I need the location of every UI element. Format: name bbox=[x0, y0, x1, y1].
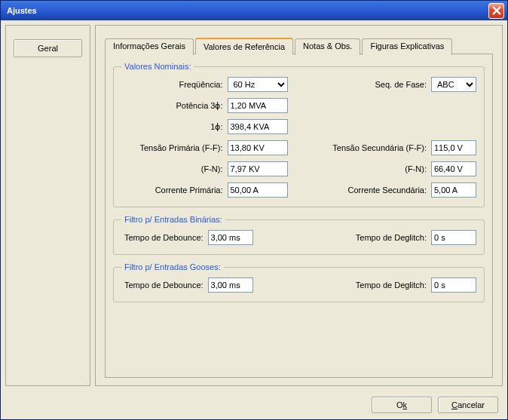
tab-figuras-explicativas[interactable]: Figuras Explicativas bbox=[362, 38, 452, 55]
select-seqfase[interactable]: ABC bbox=[431, 77, 476, 92]
input-potencia3f[interactable] bbox=[228, 98, 288, 113]
input-corrente-prim[interactable] bbox=[228, 182, 288, 198]
close-icon bbox=[492, 6, 501, 15]
close-button[interactable] bbox=[488, 3, 504, 19]
input-bin-deglitch[interactable] bbox=[431, 230, 476, 245]
input-1f[interactable] bbox=[228, 119, 288, 134]
group-valores-nominais: Valores Nominais: Freqüência: 60 Hz Seq.… bbox=[113, 62, 485, 207]
label-tensao-prim-ff: Tensão Primária (F-F): bbox=[121, 143, 223, 152]
label-corrente-sec: Corrente Secundária: bbox=[311, 185, 427, 195]
label-potencia3f: Potência 3ϕ: bbox=[121, 101, 223, 111]
sidebar-item-geral[interactable]: Geral bbox=[14, 39, 82, 57]
footer: Ok Cancelar bbox=[1, 391, 507, 419]
label-bin-debounce: Tempo de Debounce: bbox=[124, 233, 204, 242]
label-corrente-prim: Corrente Primária: bbox=[121, 185, 223, 195]
input-tensao-sec-ff[interactable] bbox=[431, 140, 476, 155]
label-frequencia: Freqüência: bbox=[121, 80, 223, 89]
label-seqfase: Seq. de Fase: bbox=[311, 80, 427, 89]
label-bin-deglitch: Tempo de Deglitch: bbox=[311, 233, 427, 242]
select-frequencia[interactable]: 60 Hz bbox=[228, 77, 288, 92]
tab-bar: Informações Gerais Valores de Referência… bbox=[105, 37, 493, 54]
group-filtro-binarias: Filtro p/ Entradas Binárias: Tempo de De… bbox=[113, 215, 485, 255]
tab-valores-referencia[interactable]: Valores de Referência bbox=[195, 38, 293, 54]
titlebar: Ajustes bbox=[1, 1, 507, 20]
tab-content: Valores Nominais: Freqüência: 60 Hz Seq.… bbox=[105, 54, 493, 378]
window-title: Ajustes bbox=[4, 6, 488, 15]
input-goose-debounce[interactable] bbox=[208, 277, 253, 293]
cancel-button[interactable]: Cancelar bbox=[438, 397, 498, 413]
legend-nominais: Valores Nominais: bbox=[121, 62, 194, 71]
label-tensao-sec-ff: Tensão Secundária (F-F): bbox=[311, 143, 427, 152]
input-corrente-sec[interactable] bbox=[431, 182, 476, 198]
label-1f: 1ϕ: bbox=[121, 122, 223, 132]
main-panel: Informações Gerais Valores de Referência… bbox=[95, 25, 503, 386]
tab-informacoes-gerais[interactable]: Informações Gerais bbox=[105, 38, 194, 55]
input-bin-debounce[interactable] bbox=[208, 230, 253, 245]
input-goose-deglitch[interactable] bbox=[431, 277, 476, 293]
input-fn-sec[interactable] bbox=[431, 161, 476, 176]
group-filtro-gooses: Filtro p/ Entradas Gooses: Tempo de Debo… bbox=[113, 262, 485, 302]
label-fn-sec: (F-N): bbox=[311, 164, 427, 173]
body-area: Geral Informações Gerais Valores de Refe… bbox=[1, 20, 507, 391]
ok-button[interactable]: Ok bbox=[372, 397, 432, 413]
legend-gooses: Filtro p/ Entradas Gooses: bbox=[121, 262, 224, 271]
label-goose-debounce: Tempo de Debounce: bbox=[124, 281, 204, 290]
input-fn-prim[interactable] bbox=[228, 161, 288, 176]
settings-window: Ajustes Geral Informações Gerais Valores… bbox=[0, 0, 508, 420]
legend-binarias: Filtro p/ Entradas Binárias: bbox=[121, 215, 225, 224]
tab-notas-obs[interactable]: Notas & Obs. bbox=[295, 38, 360, 55]
label-goose-deglitch: Tempo de Deglitch: bbox=[311, 281, 427, 290]
sidebar: Geral bbox=[5, 25, 90, 386]
label-fn-prim: (F-N): bbox=[121, 164, 223, 173]
input-tensao-prim-ff[interactable] bbox=[228, 140, 288, 155]
